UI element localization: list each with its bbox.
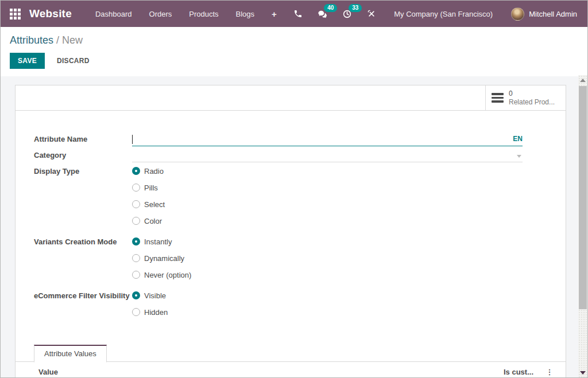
app-window: Website Dashboard Orders Products Blogs … — [0, 0, 588, 378]
control-panel: Attributes / New SAVE DISCARD — [1, 27, 587, 76]
sheet-body: Attribute Name EN Category — [16, 111, 566, 378]
radio-button[interactable] — [132, 254, 140, 262]
form-sheet: 0 Related Prod... Attribute Name EN — [15, 85, 566, 378]
vertical-scrollbar[interactable] — [578, 75, 587, 377]
tools-icon[interactable] — [359, 1, 384, 27]
nav-item-orders[interactable]: Orders — [141, 1, 181, 27]
text-cursor — [132, 135, 133, 144]
activities-clock-icon[interactable]: 33 — [335, 1, 359, 27]
field-display-type: Display Type Radio Pills Select — [34, 166, 543, 233]
field-attribute-name: Attribute Name EN — [34, 134, 543, 146]
breadcrumb-attributes-link[interactable]: Attributes — [10, 34, 53, 46]
radio-button[interactable] — [132, 217, 140, 225]
phone-icon[interactable] — [286, 1, 310, 27]
action-buttons: SAVE DISCARD — [10, 53, 578, 69]
breadcrumb: Attributes / New — [10, 34, 578, 46]
column-header-value[interactable]: Value — [16, 368, 504, 376]
notebook: Attribute Values Value Is cust... ⋮ Add … — [16, 345, 566, 378]
radio-option-dynamically[interactable]: Dynamically — [132, 254, 523, 263]
radio-button-selected[interactable] — [132, 291, 140, 299]
user-menu[interactable]: Mitchell Admin — [503, 1, 585, 27]
radio-option-radio[interactable]: Radio — [132, 166, 523, 176]
messages-icon[interactable]: 40 — [310, 1, 335, 27]
field-ecommerce-filter-visibility: eCommerce Filter Visibility Visible Hidd… — [34, 290, 543, 324]
radio-option-instantly[interactable]: Instantly — [132, 237, 523, 246]
nav-item-blogs[interactable]: Blogs — [227, 1, 264, 27]
scrollbar-up-arrow-icon[interactable] — [580, 79, 586, 82]
scrollbar-down-arrow-icon[interactable] — [580, 371, 586, 375]
user-name: Mitchell Admin — [529, 10, 577, 18]
scrollbar-thumb[interactable] — [579, 86, 587, 309]
nav-item-products[interactable]: Products — [180, 1, 227, 27]
save-button[interactable]: SAVE — [10, 53, 45, 69]
list-bars-icon — [492, 91, 504, 104]
discard-button[interactable]: DISCARD — [49, 53, 98, 69]
attribute-name-input[interactable]: EN — [132, 134, 523, 146]
column-header-is-custom[interactable]: Is cust... — [504, 368, 533, 376]
field-category: Category — [34, 150, 543, 162]
category-input[interactable] — [132, 150, 523, 162]
radio-option-visible[interactable]: Visible — [132, 291, 523, 300]
app-name[interactable]: Website — [29, 7, 72, 20]
optional-columns-icon[interactable]: ⋮ — [533, 367, 566, 377]
ecommerce-filter-visibility-label: eCommerce Filter Visibility — [34, 290, 132, 324]
category-label: Category — [34, 150, 132, 162]
radio-option-select[interactable]: Select — [132, 200, 523, 209]
nav-item-dashboard[interactable]: Dashboard — [87, 1, 141, 27]
related-products-count: 0 — [509, 89, 555, 98]
apps-grid-icon[interactable] — [10, 9, 21, 20]
attribute-name-label: Attribute Name — [34, 134, 132, 146]
navbar-right: 40 33 My Company (San Francisco) Mit — [286, 1, 585, 27]
table-header-row: Value Is cust... ⋮ — [16, 362, 566, 378]
radio-button[interactable] — [132, 200, 140, 208]
button-box: 0 Related Prod... — [16, 85, 566, 111]
radio-button-selected[interactable] — [132, 237, 140, 245]
company-switcher[interactable]: My Company (San Francisco) — [384, 10, 503, 18]
breadcrumb-separator: / — [53, 34, 62, 46]
breadcrumb-current: New — [62, 34, 83, 46]
tab-bar: Attribute Values — [16, 345, 566, 362]
language-tag[interactable]: EN — [513, 135, 523, 143]
radio-option-pills[interactable]: Pills — [132, 183, 523, 192]
form-view-area: 0 Related Prod... Attribute Name EN — [1, 76, 587, 378]
radio-button[interactable] — [132, 271, 140, 279]
field-variants-creation-mode: Variants Creation Mode Instantly Dynamic… — [34, 236, 543, 287]
radio-button[interactable] — [132, 308, 140, 316]
tab-attribute-values[interactable]: Attribute Values — [34, 345, 107, 363]
attribute-values-table: Value Is cust... ⋮ Add a line — [16, 362, 566, 378]
radio-button-selected[interactable] — [132, 167, 140, 175]
user-avatar — [511, 7, 524, 21]
top-navbar: Website Dashboard Orders Products Blogs … — [1, 1, 587, 27]
radio-button[interactable] — [132, 184, 140, 192]
radio-option-color[interactable]: Color — [132, 216, 523, 225]
related-products-label: Related Prod... — [509, 98, 555, 107]
variants-creation-mode-label: Variants Creation Mode — [34, 236, 132, 287]
nav-plus-icon[interactable]: + — [263, 1, 285, 27]
radio-option-hidden[interactable]: Hidden — [132, 307, 523, 317]
display-type-label: Display Type — [34, 166, 132, 233]
related-products-stat-button[interactable]: 0 Related Prod... — [485, 85, 566, 110]
radio-option-never[interactable]: Never (option) — [132, 270, 523, 279]
caret-down-icon — [517, 155, 521, 158]
